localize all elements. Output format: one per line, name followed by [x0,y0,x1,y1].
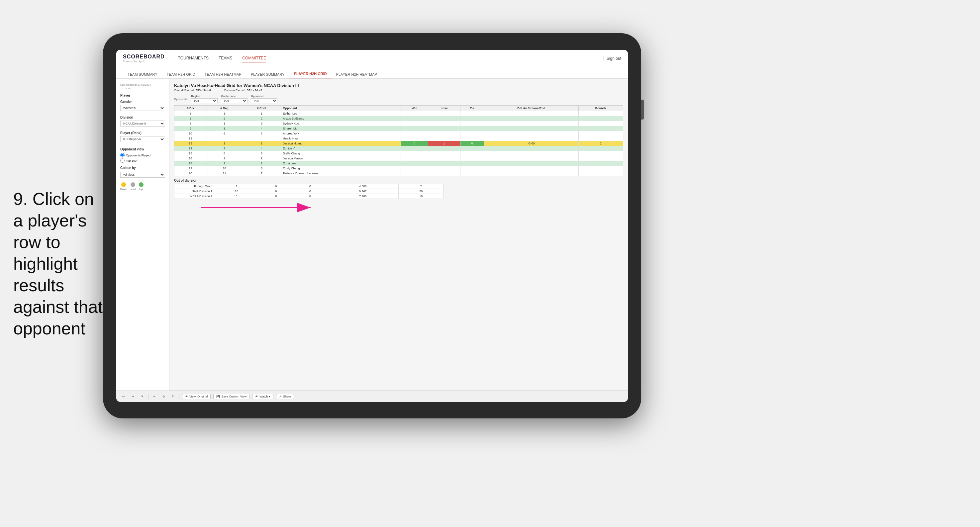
table-cell: Esther Lee [281,111,401,116]
logo-scoreboard: SCOREBOARD [123,54,165,60]
table-cell [428,111,460,116]
table-row[interactable]: 522Alexis Sudjianto [174,116,623,121]
table-cell [579,121,623,126]
table-row[interactable]: 613Sydney Kuo [174,121,623,126]
table-row[interactable]: 20117Federica Domecq Lacroze [174,171,623,176]
table-cell [484,151,579,156]
legend-down: Down [120,182,127,190]
overall-record-label: Overall Record: 353 - 34 - 6 [174,89,211,92]
table-cell: 9 [174,126,207,131]
col-rounds: Rounds [579,106,623,111]
save-custom-view-button[interactable]: 💾 Save Custom View [213,394,250,399]
table-cell [579,136,623,141]
table-row[interactable]: 914Sharon Mun [174,126,623,131]
table-cell: 1 [242,141,281,146]
filter-conference: Conference (All) [221,95,248,103]
clip-button[interactable]: ✂ [151,394,158,399]
table-cell: 4 [242,146,281,151]
table-cell: 3 [174,111,207,116]
nav-committee[interactable]: COMMITTEE [242,54,266,62]
out-of-division-row[interactable]: NCAA Division 25007.40010 [174,194,444,199]
opponent-view-played[interactable]: Opponents Played [120,153,165,157]
table-cell [428,166,460,171]
table-cell: Eunice Yi [281,146,401,151]
toolbar-sep1 [148,394,148,399]
table-row[interactable]: 311Esther Lee [174,111,623,116]
player-rank-select[interactable]: 8. Katelyn Vo [120,136,165,142]
table-row[interactable]: 1822Euna Lee [174,161,623,166]
opponent-view-top100-radio[interactable] [120,159,124,163]
table-cell: 15 [174,151,207,156]
table-row[interactable]: 19106Emily Chang [174,166,623,171]
table-cell: 7 [242,171,281,176]
table-cell [207,136,242,141]
sign-out-button[interactable]: Sign out [607,56,621,61]
out-of-division-cell: Foreign Team [174,184,214,189]
undo-button[interactable]: ↩ [120,394,127,399]
table-cell: 4 [242,126,281,131]
nav-tournaments[interactable]: TOURNAMENTS [178,54,208,62]
logo-powered: Powered by clippi [123,60,165,63]
opponent-filter-select[interactable]: (All) [251,98,277,103]
history-button[interactable]: ↷ [139,394,145,399]
table-row[interactable]: 1474Eunice Yi [174,146,623,151]
sub-nav-team-summary[interactable]: TEAM SUMMARY [123,70,162,78]
out-of-division-cell: 2 [399,184,444,189]
opponent-view-top100[interactable]: Top 100 [120,159,165,163]
table-row[interactable]: 1691Jessica Mason [174,156,623,161]
conference-filter-select[interactable]: (All) [221,98,248,103]
region-filter-select[interactable]: (All) [191,98,218,103]
table-row[interactable]: 13HeeJo Hyun [174,136,623,141]
table-cell: 3 [242,121,281,126]
table-row[interactable]: 1585Stella Chang [174,151,623,156]
watch-button[interactable]: 👁 Watch ▾ [252,394,274,399]
eye-icon: 👁 [185,395,188,398]
gender-select[interactable]: Women's [120,105,165,111]
out-of-division-row[interactable]: Foreign Team1004.5002 [174,184,444,189]
tablet-screen: SCOREBOARD Powered by clippi TOURNAMENTS… [116,50,628,402]
colour-by-select[interactable]: Win/loss [120,172,165,178]
table-cell [428,161,460,166]
opponent-view-played-radio[interactable] [120,153,124,157]
nav-items: TOURNAMENTS TEAMS COMMITTEE [178,54,603,62]
table-cell [579,161,623,166]
table-cell: 2 [579,141,623,146]
refresh-button[interactable]: ↻ [170,394,177,399]
table-cell: 1 [242,156,281,161]
table-row[interactable]: 1063Andrea York [174,131,623,136]
opponent-view-label: Opponent view [120,148,165,151]
table-cell [401,121,428,126]
table-cell [579,156,623,161]
table-cell: 3 [242,131,281,136]
table-cell [428,136,460,141]
out-of-division-row[interactable]: NAIA Division 115009.26730 [174,189,444,194]
table-cell [484,136,579,141]
save-icon: 💾 [216,395,220,398]
table-cell: Jessica Mason [281,156,401,161]
sub-nav-team-h2h-heatmap[interactable]: TEAM H2H HEATMAP [200,70,246,78]
table-header-row: # Div # Reg # Conf Opponent Win Loss Tie… [174,106,623,111]
filter-row: Opponents: Region (All) Conference (All) [174,95,623,103]
view-original-button[interactable]: 👁 View: Original [182,394,211,399]
settings-button[interactable]: ⊙ [161,394,167,399]
table-cell [579,146,623,151]
last-updated: Last Updated: 27/03/2024 16:55:28 [120,83,165,90]
share-button[interactable]: ↗ Share [276,394,294,399]
out-of-division-cell: 0 [259,184,293,189]
table-cell [579,131,623,136]
sub-nav-player-h2h-heatmap[interactable]: PLAYER H2H HEATMAP [331,70,382,78]
division-select[interactable]: NCAA Division III [120,121,165,127]
table-cell [428,171,460,176]
nav-teams[interactable]: TEAMS [219,54,232,62]
table-cell: Jessica Huang [281,141,401,146]
sub-nav-player-summary[interactable]: PLAYER SUMMARY [246,70,290,78]
sub-nav-team-h2h-grid[interactable]: TEAM H2H GRID [162,70,200,78]
legend-up: Up [139,182,143,190]
sub-nav-player-h2h-grid[interactable]: PLAYER H2H GRID [290,70,331,78]
table-cell [484,156,579,161]
table-cell [428,116,460,121]
redo-button[interactable]: ↪ [130,394,136,399]
table-cell: 7 [207,146,242,151]
table-row[interactable]: 1311Jessica Huang010-3.002 [174,141,623,146]
out-of-division-table: Foreign Team1004.5002NAIA Division 11500… [174,184,444,199]
